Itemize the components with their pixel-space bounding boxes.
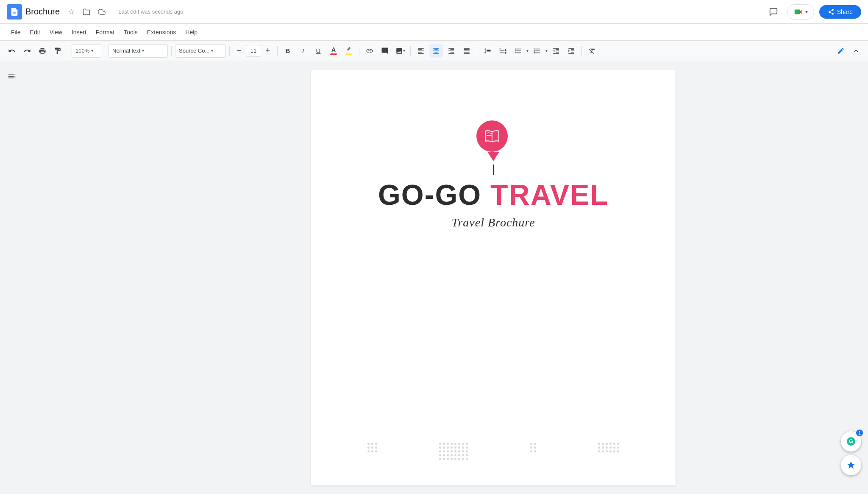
link-button[interactable] bbox=[363, 44, 376, 58]
bold-button[interactable]: B bbox=[281, 44, 295, 58]
main-area: GO-GO TRAVEL Travel Brochure bbox=[0, 61, 868, 494]
chat-icon[interactable] bbox=[765, 3, 782, 20]
zoom-value: 100% bbox=[75, 47, 89, 54]
brand-name: GO-GO TRAVEL bbox=[378, 179, 609, 211]
align-center-button[interactable] bbox=[429, 44, 443, 58]
font-size-control: − + bbox=[233, 45, 274, 57]
font-size-decrease[interactable]: − bbox=[233, 45, 245, 57]
separator-6 bbox=[359, 46, 359, 56]
outline-icon[interactable] bbox=[3, 68, 20, 85]
increase-indent-button[interactable] bbox=[565, 44, 578, 58]
font-color-indicator bbox=[330, 53, 337, 55]
zoom-arrow: ▾ bbox=[91, 48, 93, 53]
bullet-list-arrow[interactable]: ▾ bbox=[526, 48, 529, 53]
edit-mode-button[interactable] bbox=[834, 44, 848, 58]
toolbar-right bbox=[834, 44, 863, 58]
grammarly-badge: 1 bbox=[856, 430, 863, 436]
zoom-select[interactable]: 100% ▾ bbox=[72, 44, 101, 58]
doc-title[interactable]: Brochure bbox=[25, 7, 60, 17]
numbered-list-arrow[interactable]: ▾ bbox=[545, 48, 548, 53]
highlight-color-indicator bbox=[345, 53, 352, 55]
toolbar: 100% ▾ Normal text ▾ Source Co... ▾ − + … bbox=[0, 41, 868, 61]
doc-canvas[interactable]: GO-GO TRAVEL Travel Brochure bbox=[119, 61, 868, 494]
clear-formatting-button[interactable] bbox=[585, 44, 599, 58]
grammarly-button[interactable]: G 1 bbox=[841, 431, 861, 452]
font-select[interactable]: Source Co... ▾ bbox=[175, 44, 226, 58]
menu-insert[interactable]: Insert bbox=[67, 27, 91, 37]
meet-dropdown-arrow[interactable]: ▾ bbox=[805, 9, 808, 15]
decrease-indent-button[interactable] bbox=[549, 44, 563, 58]
doc-content: GO-GO TRAVEL Travel Brochure bbox=[345, 95, 642, 255]
separator-9 bbox=[581, 46, 582, 56]
star-icon[interactable]: ☆ bbox=[65, 6, 78, 18]
share-label: Share bbox=[837, 8, 853, 15]
title-bar-right: ▾ Share bbox=[765, 3, 861, 20]
font-size-increase[interactable]: + bbox=[262, 45, 274, 57]
highlight-button[interactable] bbox=[342, 44, 356, 58]
pin-tail bbox=[487, 152, 499, 161]
folder-icon[interactable] bbox=[80, 6, 93, 18]
brand-go: GO-GO bbox=[378, 179, 490, 211]
image-button[interactable]: ▾ bbox=[393, 44, 407, 58]
share-button[interactable]: Share bbox=[819, 5, 861, 19]
separator-8 bbox=[477, 46, 477, 56]
dot-patterns bbox=[311, 443, 676, 460]
menu-tools[interactable]: Tools bbox=[120, 27, 142, 37]
logo-container bbox=[476, 120, 510, 161]
brand-subtitle: Travel Brochure bbox=[451, 216, 535, 229]
dot-group-left bbox=[367, 443, 377, 460]
font-color-label: A bbox=[331, 47, 336, 53]
pin-circle bbox=[476, 120, 508, 152]
title-bar: Brochure ☆ Last edit was seconds ago bbox=[0, 0, 868, 24]
brand-travel: TRAVEL bbox=[490, 179, 609, 211]
separator-3 bbox=[171, 46, 172, 56]
menu-file[interactable]: File bbox=[7, 27, 25, 37]
menu-extensions[interactable]: Extensions bbox=[143, 27, 180, 37]
separator-4 bbox=[229, 46, 230, 56]
align-right-button[interactable] bbox=[445, 44, 458, 58]
bullet-list-button[interactable] bbox=[511, 44, 525, 58]
dot-group-center-left bbox=[439, 443, 468, 460]
checklist-button[interactable] bbox=[496, 44, 509, 58]
menu-format[interactable]: Format bbox=[92, 27, 119, 37]
font-size-input[interactable] bbox=[246, 45, 261, 57]
menu-view[interactable]: View bbox=[45, 27, 67, 37]
style-value: Normal text bbox=[112, 47, 140, 54]
font-arrow: ▾ bbox=[211, 48, 213, 53]
italic-button[interactable]: I bbox=[296, 44, 310, 58]
print-button[interactable] bbox=[36, 44, 49, 58]
line-spacing-button[interactable] bbox=[481, 44, 494, 58]
font-color-button[interactable]: A bbox=[327, 44, 340, 58]
app-icon[interactable] bbox=[7, 4, 22, 20]
separator-7 bbox=[410, 46, 411, 56]
separator-1 bbox=[68, 46, 68, 56]
ai-assistant-button[interactable] bbox=[841, 455, 861, 475]
undo-button[interactable] bbox=[5, 44, 19, 58]
menu-edit[interactable]: Edit bbox=[26, 27, 45, 37]
underline-button[interactable]: U bbox=[312, 44, 325, 58]
style-select[interactable]: Normal text ▾ bbox=[108, 44, 168, 58]
collapse-toolbar-button[interactable] bbox=[849, 44, 863, 58]
style-arrow: ▾ bbox=[142, 48, 144, 53]
svg-text:G: G bbox=[849, 438, 853, 444]
dot-group-center-right bbox=[530, 443, 536, 460]
meet-button[interactable]: ▾ bbox=[787, 4, 814, 20]
numbered-list-button[interactable] bbox=[530, 44, 544, 58]
last-edit-label: Last edit was seconds ago bbox=[118, 8, 183, 15]
dot-group-right bbox=[598, 443, 619, 460]
redo-button[interactable] bbox=[20, 44, 34, 58]
cloud-icon[interactable] bbox=[95, 6, 108, 18]
left-sidebar bbox=[0, 61, 119, 494]
paint-format-button[interactable] bbox=[51, 44, 64, 58]
separator-2 bbox=[105, 46, 105, 56]
separator-5 bbox=[277, 46, 278, 56]
align-justify-button[interactable] bbox=[460, 44, 473, 58]
menu-bar: File Edit View Insert Format Tools Exten… bbox=[0, 24, 868, 41]
font-value: Source Co... bbox=[179, 47, 209, 54]
menu-help[interactable]: Help bbox=[181, 27, 202, 37]
meet-icon bbox=[793, 7, 803, 17]
comment-button[interactable] bbox=[378, 44, 392, 58]
cursor-line bbox=[493, 165, 494, 175]
doc-page: GO-GO TRAVEL Travel Brochure bbox=[311, 70, 676, 486]
align-left-button[interactable] bbox=[414, 44, 428, 58]
